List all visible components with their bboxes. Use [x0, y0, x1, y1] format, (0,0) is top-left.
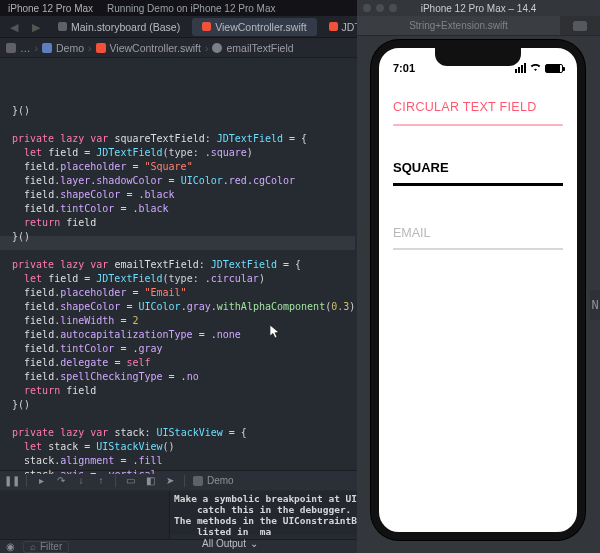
sim-tab-icons[interactable]	[560, 16, 600, 35]
project-icon	[6, 43, 16, 53]
swift-icon	[329, 22, 338, 31]
right-panel-toggle[interactable]: N	[590, 290, 600, 320]
device-label: iPhone 12 Pro Max	[8, 3, 93, 14]
pause-icon[interactable]: ❚❚	[6, 475, 18, 487]
code-content: }() private lazy var squareTextField: JD…	[12, 104, 349, 474]
email-text-field[interactable]: EMAIL	[393, 226, 563, 240]
sim-tab-string-ext[interactable]: String+Extension.swift	[357, 16, 560, 35]
step-over-icon[interactable]: ↷	[55, 475, 67, 487]
sim-titlebar: iPhone 12 Pro Max – 14.4	[357, 0, 600, 16]
window-controls[interactable]	[363, 4, 397, 12]
status-time: 7:01	[393, 62, 415, 74]
crumb-file: ViewController.swift	[110, 42, 201, 54]
folder-icon	[42, 43, 52, 53]
circular-text-field[interactable]: CIRCULAR TEXT FIELD	[393, 100, 563, 114]
app-icon	[193, 476, 203, 486]
tab-label: Main.storyboard (Base)	[71, 21, 180, 33]
cellular-icon	[515, 63, 526, 73]
console-footer: ◉ ⌕ Filter	[0, 539, 390, 553]
nav-forward-icon: ▶	[26, 21, 46, 33]
wifi-icon	[529, 62, 542, 74]
tab-label: ViewController.swift	[215, 21, 306, 33]
tab-viewcontroller[interactable]: ViewController.swift	[192, 18, 316, 36]
step-out-icon[interactable]: ↑	[95, 475, 107, 487]
simulator-window: iPhone 12 Pro Max – 14.4 String+Extensio…	[357, 0, 600, 553]
square-text-field[interactable]: SQUARE	[393, 160, 563, 175]
output-mode[interactable]: All Output ⌄	[202, 538, 258, 549]
location-icon[interactable]: ➤	[164, 475, 176, 487]
sim-title: iPhone 12 Pro Max – 14.4	[421, 3, 537, 14]
crumb-symbol: emailTextField	[226, 42, 293, 54]
email-underline	[393, 248, 563, 250]
debug-view-icon[interactable]: ▭	[124, 475, 136, 487]
iphone-simulator[interactable]: 7:01 CIRCULAR TEXT FIELD SQUARE EMAIL	[371, 40, 585, 540]
scheme-label[interactable]: Demo	[193, 475, 234, 486]
square-underline	[393, 183, 563, 186]
nav-back-icon[interactable]: ◀	[4, 21, 24, 33]
tab-main-storyboard[interactable]: Main.storyboard (Base)	[48, 18, 190, 36]
sim-tab-bar: String+Extension.swift	[357, 16, 600, 36]
storyboard-icon	[58, 22, 67, 31]
swift-icon	[96, 43, 106, 53]
iphone-notch	[435, 48, 521, 66]
filter-icon: ⌕	[30, 541, 36, 552]
memory-icon[interactable]: ◧	[144, 475, 156, 487]
continue-icon[interactable]: ▸	[35, 475, 47, 487]
step-into-icon[interactable]: ↓	[75, 475, 87, 487]
code-editor[interactable]: }() private lazy var squareTextField: JD…	[0, 58, 355, 474]
swift-icon	[202, 22, 211, 31]
crumb-project: …	[20, 42, 31, 54]
property-icon	[212, 43, 222, 53]
auto-icon[interactable]: ◉	[6, 541, 15, 552]
crumb-folder: Demo	[56, 42, 84, 54]
chevron-updown-icon: ⌄	[250, 538, 258, 549]
build-status: Running Demo on iPhone 12 Pro Max	[107, 3, 275, 14]
battery-icon	[545, 64, 563, 73]
circular-underline	[393, 124, 563, 126]
home-icon	[573, 21, 587, 31]
variables-filter[interactable]: ⌕ Filter	[23, 541, 69, 553]
